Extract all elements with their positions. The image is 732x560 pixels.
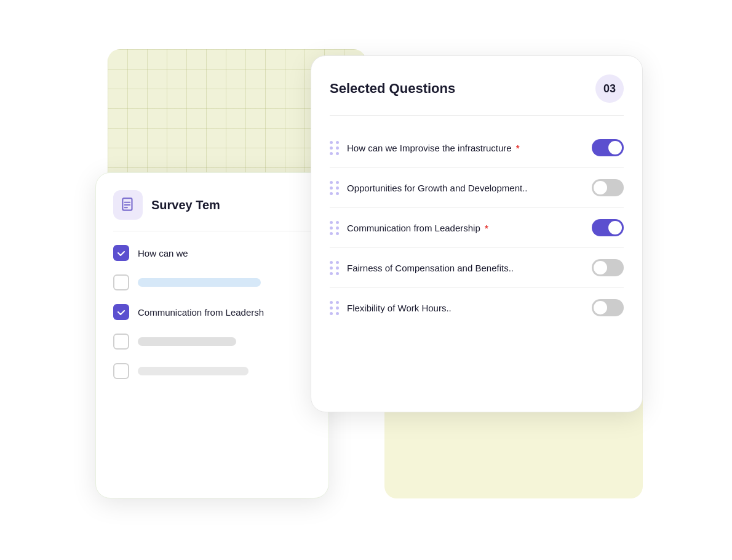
question-row: Flexibility of Work Hours.. [330,288,624,327]
checkbox-checked[interactable] [113,245,129,261]
survey-template-card: Survey Tem How can we [95,172,329,498]
list-item: Communication from Leadersh [113,304,311,320]
question-text-2: Opportunities for Growth and Development… [347,183,527,193]
document-icon-wrap [113,190,143,220]
question-left: Flexibility of Work Hours.. [330,301,584,315]
drag-handle[interactable] [330,141,340,155]
svg-rect-0 [122,198,132,210]
question-row: Fairness of Compensation and Benefits.. [330,248,624,288]
question-row: Communication from Leadership * [330,208,624,248]
document-icon [120,197,136,213]
placeholder-bar [138,337,236,346]
list-item: How can we [113,245,311,261]
survey-card-title: Survey Tem [151,198,220,212]
question-left: Communication from Leadership * [330,221,584,235]
placeholder-bar [138,367,249,375]
toggle-knob [594,181,607,194]
check-label-3: Communication from Leadersh [138,307,264,318]
toggle-4[interactable] [592,259,624,276]
question-list: How can we Improvise the infrastructure … [330,128,624,327]
placeholder-bar [138,278,261,287]
toggle-knob [594,261,607,274]
list-item [113,363,311,379]
list-item [113,334,311,350]
question-row: Opportunities for Growth and Development… [330,168,624,208]
required-star: * [482,223,488,233]
selected-header: Selected Questions 03 [330,74,624,116]
question-text-4: Fairness of Compensation and Benefits.. [347,263,514,273]
drag-handle[interactable] [330,181,340,195]
toggle-5[interactable] [592,299,624,316]
checkbox-checked[interactable] [113,304,129,320]
question-text-5: Flexibility of Work Hours.. [347,303,452,313]
drag-handle[interactable] [330,301,340,315]
toggle-knob [608,141,622,154]
toggle-1[interactable] [592,139,624,156]
checkbox-unchecked[interactable] [113,334,129,350]
toggle-3[interactable] [592,219,624,236]
survey-card-header: Survey Tem [113,190,311,231]
check-label-1: How can we [138,248,188,258]
toggle-knob [594,301,607,314]
selected-questions-title: Selected Questions [330,81,455,97]
checkmark-icon [117,308,125,316]
checklist: How can we Communication from Leadersh [113,245,311,379]
count-badge: 03 [595,74,624,103]
checkbox-unchecked[interactable] [113,363,129,379]
list-item [113,274,311,290]
question-row: How can we Improvise the infrastructure … [330,128,624,168]
question-left: How can we Improvise the infrastructure … [330,141,584,155]
drag-handle[interactable] [330,221,340,235]
question-text-1: How can we Improvise the infrastructure … [347,143,520,153]
checkmark-icon [117,249,125,257]
toggle-knob [608,221,622,234]
drag-handle[interactable] [330,261,340,275]
question-left: Opportunities for Growth and Development… [330,181,584,195]
checkbox-unchecked[interactable] [113,274,129,290]
selected-questions-card: Selected Questions 03 How can we Improvi… [311,55,643,412]
question-text-3: Communication from Leadership * [347,223,488,233]
toggle-2[interactable] [592,179,624,196]
required-star: * [514,143,520,153]
question-left: Fairness of Compensation and Benefits.. [330,261,584,275]
